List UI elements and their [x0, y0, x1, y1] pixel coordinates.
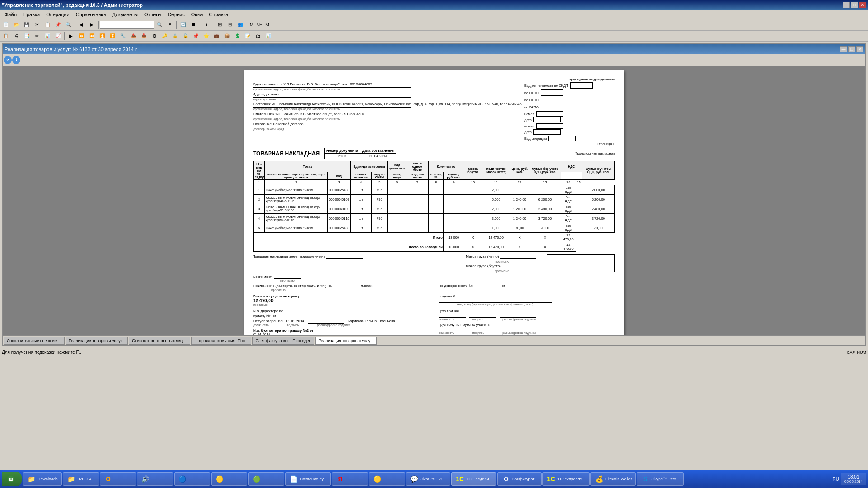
cell-ndssum-0	[576, 185, 582, 195]
doc-info-btn[interactable]: ℹ	[12, 56, 20, 64]
close-btn[interactable]: ✕	[859, 2, 866, 8]
tb2-g2-14[interactable]: ⭐	[201, 31, 211, 41]
massa-netto-line	[500, 254, 536, 259]
status-tab-2[interactable]: Реализации товаров и услуг...	[66, 337, 128, 345]
stop-btn[interactable]: ⏹	[189, 20, 198, 30]
dolzhnost-right1	[439, 313, 466, 318]
taskbar-audio[interactable]: 🔊	[137, 472, 173, 486]
gruzopoluchatel-text: Грузополучатель "ИП Васильев В.В. Частно…	[253, 82, 372, 86]
tb2-g2-7[interactable]: 📤	[128, 31, 138, 41]
header-right: Вид деятельности по ОКДП по ОКПО по ОКПО…	[524, 82, 615, 141]
taskbar-1c[interactable]: 1С 1С:Предпри...	[451, 472, 496, 486]
taskbar-jivosite[interactable]: 💬 JivoSite - v1...	[406, 472, 451, 486]
tb2-g2-3[interactable]: ⏪	[87, 31, 97, 41]
back-btn[interactable]: ◀	[76, 20, 86, 30]
menu-references[interactable]: Справочники	[73, 11, 109, 18]
tb2-g2-2[interactable]: ⏩	[76, 31, 86, 41]
tb2-btn3[interactable]: 📑	[22, 31, 32, 41]
io-director: И.о. директора по	[253, 309, 429, 313]
tb2-btn1[interactable]: 📋	[1, 31, 11, 41]
taskbar-item9[interactable]: 🟡	[369, 472, 405, 486]
tb2-btn6[interactable]: 📈	[53, 31, 63, 41]
tb2-g2-18[interactable]: 📝	[243, 31, 253, 41]
save-btn[interactable]: 💾	[22, 20, 32, 30]
taskbar-yandex[interactable]: Я	[332, 472, 368, 486]
table-btn[interactable]: ⊞	[215, 20, 225, 30]
doc-content[interactable]: структурное подразделение Грузополучател…	[3, 66, 865, 335]
taskbar-skype[interactable]: S Skype™ - zer...	[637, 472, 684, 486]
litecoin-label: Litecoin Wallet	[605, 477, 632, 481]
dropdown-btn[interactable]: ▼	[165, 20, 175, 30]
status-tab-3[interactable]: Список ответственных лиц ...	[129, 337, 190, 345]
tb2-g2-13[interactable]: 📌	[191, 31, 201, 41]
sig-line-1	[308, 319, 344, 324]
taskbar-downloads[interactable]: 📁 Downloads	[23, 472, 62, 486]
status-tab-1[interactable]: Дополнительные внешние ...	[4, 337, 65, 345]
users-btn[interactable]: 👥	[236, 20, 245, 30]
taskbar-green[interactable]: 🟢	[248, 472, 284, 486]
menu-operations[interactable]: Операции	[43, 11, 72, 18]
tb2-g2-15[interactable]: 💼	[212, 31, 222, 41]
tb2-g2-9[interactable]: ⚙	[149, 31, 159, 41]
tb2-g2-1[interactable]: ▶	[66, 31, 76, 41]
tb2-g2-5[interactable]: ⏬	[108, 31, 118, 41]
forward-btn[interactable]: ▶	[87, 20, 97, 30]
tb2-g2-17[interactable]: 💲	[232, 31, 242, 41]
tb2-g2-11[interactable]: 🔒	[170, 31, 180, 41]
menu-help[interactable]: Справка	[206, 11, 231, 18]
cut-btn[interactable]: ✂	[32, 20, 42, 30]
nomer-row2: номер	[524, 123, 615, 129]
tb2-g2-12[interactable]: 🔓	[180, 31, 190, 41]
search-go-btn[interactable]: 🔍	[155, 20, 165, 30]
tb2-g2-10[interactable]: 🔑	[160, 31, 170, 41]
tb2-g2-4[interactable]: ⏫	[97, 31, 107, 41]
doc-max-btn[interactable]: □	[848, 46, 855, 52]
taskbar-070514[interactable]: 📁 070514	[63, 472, 99, 486]
taskbar-litecoin[interactable]: 💰 Litecoin Wallet	[590, 472, 636, 486]
search-input[interactable]	[100, 21, 154, 29]
menu-edit[interactable]: Правка	[20, 11, 42, 18]
paste-btn[interactable]: 📌	[53, 20, 63, 30]
tb2-btn4[interactable]: ✏	[32, 31, 42, 41]
tb2-g2-20[interactable]: 📊	[264, 31, 274, 41]
new-btn[interactable]: 📄	[1, 20, 11, 30]
open-btn[interactable]: 📂	[11, 20, 21, 30]
copy-btn[interactable]: 📋	[42, 20, 52, 30]
tb2-g2-16[interactable]: 📦	[222, 31, 232, 41]
menu-file[interactable]: Файл	[2, 11, 19, 18]
maximize-btn[interactable]: □	[851, 2, 858, 8]
tb2-btn2[interactable]: 🖨	[11, 31, 21, 41]
start-button[interactable]: ⊞	[2, 472, 22, 486]
taskbar-blue[interactable]: 🔵	[174, 472, 210, 486]
menu-windows[interactable]: Окна	[189, 11, 206, 18]
taskbar-yellow[interactable]: 🟡	[211, 472, 247, 486]
tb2-btn5[interactable]: 📊	[42, 31, 52, 41]
doc-close-btn[interactable]: ✕	[856, 46, 863, 52]
doc-help-btn[interactable]: ?	[4, 56, 12, 64]
cell-kod-4: 00000025433	[327, 223, 350, 233]
tb2-g2-6[interactable]: 🔧	[118, 31, 128, 41]
tb2-g2-8[interactable]: 📥	[139, 31, 149, 41]
gruz-prinyal-block: Груз принял должность подпись расшифровк…	[439, 309, 615, 321]
minimize-btn[interactable]: —	[843, 2, 850, 8]
refresh-btn[interactable]: 🔄	[178, 20, 188, 30]
status-tab-4[interactable]: ... продажа, комиссия. Про...	[191, 337, 251, 345]
grid-btn[interactable]: ⊟	[225, 20, 235, 30]
taskbar-create[interactable]: 📄 Создание пу...	[285, 472, 331, 486]
vydannoy-line	[439, 298, 552, 303]
status-tab-6[interactable]: Реализация товаров и услу...	[315, 337, 376, 345]
menu-reports[interactable]: Отчеты	[142, 11, 164, 18]
taskbar-odnoklassniki[interactable]: О	[100, 472, 136, 486]
sep2	[98, 21, 99, 29]
vydannoy-block: выданной кем, кому (организация, должнос…	[439, 294, 615, 306]
info-btn[interactable]: ℹ	[202, 20, 212, 30]
vsego-kol: 13,000	[443, 242, 464, 252]
status-tab-5[interactable]: Счет-фактура вы... Проведен	[252, 337, 314, 345]
search-btn[interactable]: 🔍	[63, 20, 73, 30]
taskbar-upravlenie[interactable]: 1С 1С: "Управле...	[542, 472, 590, 486]
doc-min-btn[interactable]: —	[840, 46, 847, 52]
tb2-g2-19[interactable]: 🗂	[253, 31, 263, 41]
menu-service[interactable]: Сервис	[165, 11, 188, 18]
menu-documents[interactable]: Документы	[109, 11, 141, 18]
taskbar-configurator[interactable]: ⚙ Конфигурат...	[497, 472, 542, 486]
